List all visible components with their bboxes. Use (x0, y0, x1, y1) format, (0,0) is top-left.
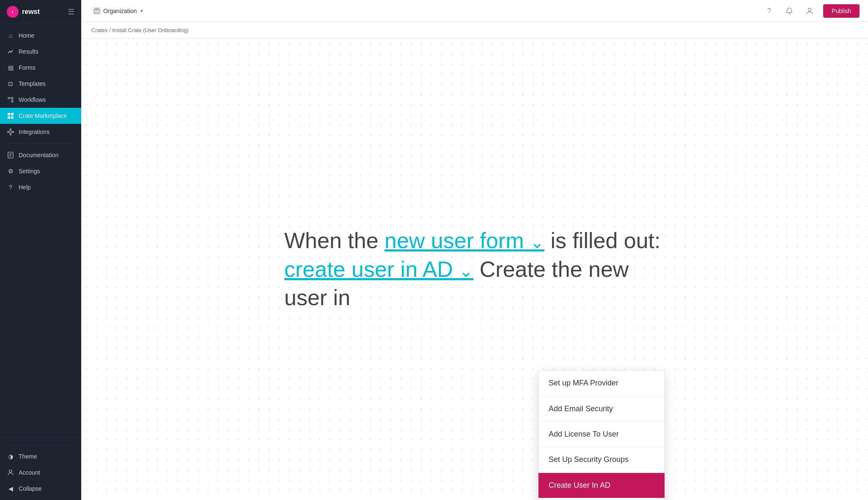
action-chevron-icon: ⌄ (459, 262, 473, 280)
svg-rect-9 (8, 116, 10, 119)
svg-rect-10 (11, 116, 14, 119)
notifications-icon[interactable] (783, 4, 796, 18)
breadcrumb-current: Install Crate (User Onboarding) (112, 27, 189, 33)
dropdown-item-set-up-security[interactable]: Set Up Security Groups (538, 447, 665, 473)
sidebar-logo: r rewst (7, 6, 40, 18)
integrations-icon (7, 128, 14, 136)
home-icon: ⌂ (7, 32, 14, 39)
dropdown-item-verify-phone[interactable]: Verify Phone Number (538, 498, 665, 500)
org-selector[interactable]: Organization ▼ (90, 5, 147, 16)
workflows-icon (7, 96, 14, 104)
settings-icon: ⚙ (7, 167, 14, 175)
sidebar-item-workflows-label: Workflows (19, 96, 46, 103)
sidebar-divider-1 (7, 143, 74, 144)
sidebar-item-templates[interactable]: ⊡ Templates (0, 76, 81, 92)
documentation-icon (7, 151, 14, 159)
sidebar-item-help-label: Help (19, 184, 31, 191)
content-area: When the new user form ⌄ is filled out: … (81, 39, 868, 500)
svg-text:r: r (12, 10, 14, 14)
sidebar-item-theme-label: Theme (19, 453, 37, 460)
sidebar-item-workflows[interactable]: Workflows (0, 92, 81, 108)
sidebar-item-account[interactable]: Account (0, 464, 81, 481)
main: Organization ▼ ? Publish Crates (81, 0, 868, 500)
templates-icon: ⊡ (7, 80, 14, 87)
dropdown-item-add-license[interactable]: Add License To User (538, 422, 665, 447)
sidebar-item-integrations[interactable]: Integrations (0, 124, 81, 140)
sidebar-header: r rewst ☰ (0, 0, 81, 24)
svg-point-12 (10, 129, 11, 130)
sidebar-item-home-label: Home (19, 32, 34, 39)
sidebar: r rewst ☰ ⌂ Home Results ▤ Forms ⊡ Templ… (0, 0, 81, 500)
sidebar-item-crate-marketplace-label: Crate Marketplace (19, 112, 67, 119)
sidebar-item-account-label: Account (19, 469, 40, 476)
sidebar-item-forms-label: Forms (19, 64, 36, 71)
svg-point-2 (8, 97, 10, 99)
publish-button[interactable]: Publish (823, 4, 860, 18)
crate-marketplace-icon (7, 112, 14, 120)
workflow-text: When the new user form ⌄ is filled out: … (284, 227, 665, 312)
trigger-link[interactable]: new user form ⌄ (385, 228, 544, 253)
sidebar-item-theme[interactable]: ◑ Theme (0, 448, 81, 464)
svg-rect-8 (11, 113, 14, 115)
hamburger-icon[interactable]: ☰ (68, 7, 74, 16)
topbar: Organization ▼ ? Publish (81, 0, 868, 22)
dropdown-item-create-user-ad[interactable]: Create User In AD (538, 473, 665, 498)
sidebar-item-home[interactable]: ⌂ Home (0, 27, 81, 44)
theme-icon: ◑ (7, 453, 14, 460)
sidebar-item-collapse[interactable]: ◀ Collapse (0, 481, 81, 497)
results-icon (7, 48, 14, 55)
account-icon (7, 469, 14, 476)
svg-point-4 (11, 97, 13, 99)
sidebar-item-documentation[interactable]: Documentation (0, 147, 81, 163)
trigger-chevron-icon: ⌄ (530, 233, 544, 251)
sidebar-item-results[interactable]: Results (0, 44, 81, 60)
collapse-icon: ◀ (7, 485, 14, 492)
svg-point-20 (9, 470, 12, 473)
topbar-right: ? Publish (762, 4, 860, 18)
breadcrumb: Crates / Install Crate (User Onboarding) (81, 22, 868, 39)
user-topbar-icon[interactable] (803, 4, 816, 18)
help-icon: ? (7, 183, 14, 191)
sidebar-item-crate-marketplace[interactable]: Crate Marketplace (0, 108, 81, 124)
dropdown-item-add-email-security[interactable]: Add Email Security (538, 396, 665, 422)
org-label: Organization (103, 8, 137, 14)
sidebar-item-collapse-label: Collapse (19, 485, 41, 492)
sidebar-divider-2 (7, 445, 74, 445)
sidebar-item-settings-label: Settings (19, 168, 40, 175)
svg-point-3 (11, 101, 13, 102)
dropdown-item-set-up-mfa[interactable]: Set up MFA Provider (538, 371, 665, 396)
sidebar-bottom: ◑ Theme Account ◀ Collapse (0, 437, 81, 500)
sidebar-item-results-label: Results (19, 48, 38, 55)
logo-icon: r (7, 6, 19, 18)
sidebar-item-integrations-label: Integrations (19, 128, 49, 135)
svg-point-11 (9, 131, 12, 133)
svg-point-13 (10, 134, 11, 135)
sidebar-item-settings[interactable]: ⚙ Settings (0, 163, 81, 179)
org-chevron-icon: ▼ (139, 8, 144, 14)
svg-rect-7 (8, 113, 10, 115)
sidebar-item-templates-label: Templates (19, 80, 46, 87)
svg-point-23 (808, 8, 811, 11)
sidebar-nav: ⌂ Home Results ▤ Forms ⊡ Templates (0, 24, 81, 437)
org-icon (93, 7, 101, 15)
logo-text: rewst (22, 8, 40, 16)
forms-icon: ▤ (7, 64, 14, 71)
workflow-text-part2: is filled out: (544, 228, 661, 253)
workflow-text-part1: When the (284, 228, 385, 253)
action-link[interactable]: create user in AD ⌄ (284, 257, 473, 281)
sidebar-item-help[interactable]: ? Help (0, 179, 81, 195)
svg-point-14 (8, 131, 9, 133)
breadcrumb-crates[interactable]: Crates (91, 27, 107, 33)
dropdown-menu: Set up MFA Provider Add Email Security A… (538, 370, 665, 500)
sidebar-item-documentation-label: Documentation (19, 152, 58, 158)
svg-point-15 (13, 131, 14, 133)
help-topbar-icon[interactable]: ? (762, 4, 776, 18)
topbar-left: Organization ▼ (90, 5, 147, 16)
sidebar-item-forms[interactable]: ▤ Forms (0, 60, 81, 76)
